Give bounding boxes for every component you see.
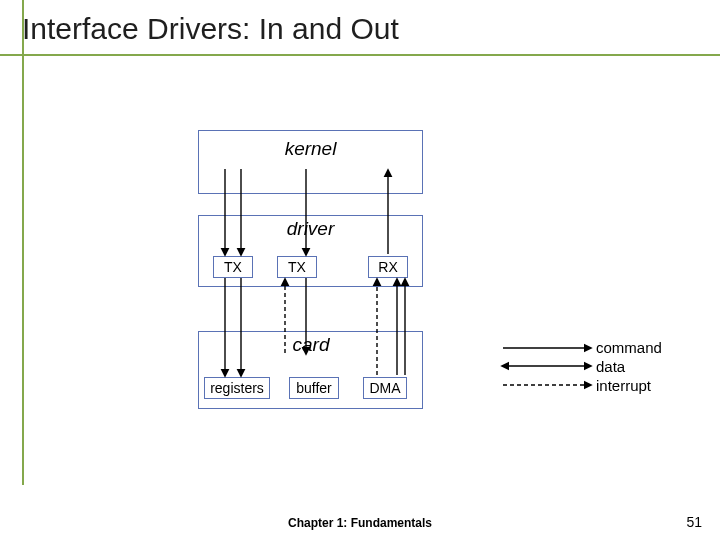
dma-label: DMA — [363, 380, 407, 396]
legend-command: command — [596, 339, 662, 358]
legend-data: data — [596, 358, 662, 377]
card-label: card — [265, 334, 357, 356]
legend: command data interrupt — [596, 339, 662, 395]
driver-label: driver — [198, 218, 423, 240]
tx1-label: TX — [213, 259, 253, 275]
registers-label: registers — [204, 380, 270, 396]
footer-text: Chapter 1: Fundamentals — [0, 516, 720, 530]
legend-interrupt: interrupt — [596, 377, 662, 396]
tx2-label: TX — [277, 259, 317, 275]
title-vline — [22, 0, 24, 485]
buffer-label: buffer — [289, 380, 339, 396]
page-number: 51 — [686, 514, 702, 530]
kernel-label: kernel — [198, 138, 423, 160]
slide-title: Interface Drivers: In and Out — [22, 12, 399, 46]
title-underline — [0, 54, 720, 56]
rx-label: RX — [368, 259, 408, 275]
